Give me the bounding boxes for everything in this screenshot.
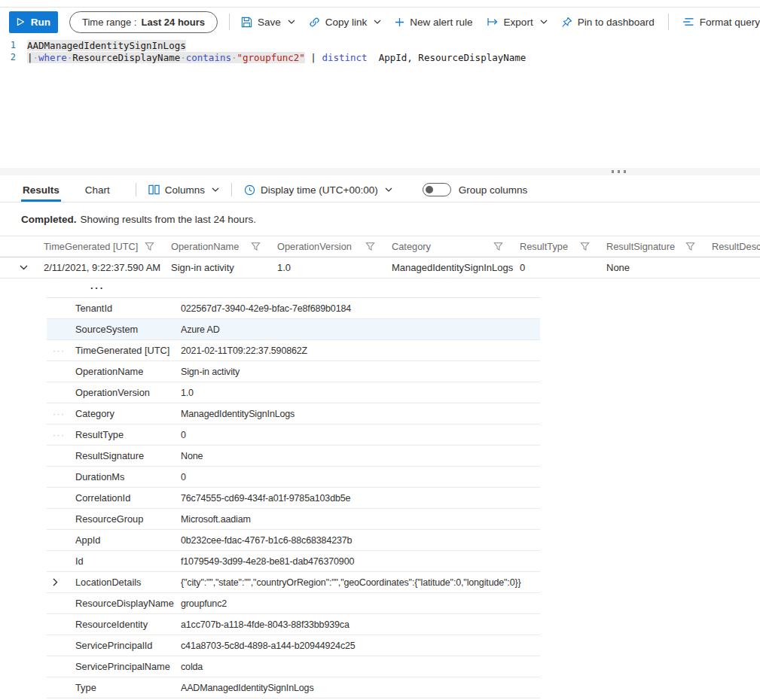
row-cell: None <box>606 262 712 273</box>
column-header[interactable]: ResultSignature <box>606 241 712 252</box>
row-actions-icon[interactable]: ··· <box>53 430 66 440</box>
copy-link-button[interactable]: Copy link <box>309 17 382 28</box>
detail-row[interactable]: Idf1079549-3d99-4e28-be81-dab476370900 <box>47 551 540 572</box>
filter-icon[interactable] <box>365 242 375 251</box>
group-columns-label: Group columns <box>459 184 528 196</box>
toolbar-buttons: SaveCopy linkNew alert ruleExportPin to … <box>241 14 760 30</box>
detail-label: Type <box>75 682 181 693</box>
toolbar-divider <box>229 14 230 30</box>
save-icon <box>241 17 252 28</box>
columns-label: Columns <box>165 184 205 196</box>
detail-row[interactable]: SourceSystemAzure AD <box>47 319 540 340</box>
detail-row[interactable]: CorrelationId76c74555-cd69-434f-a01f-978… <box>47 488 540 509</box>
resize-grip-icon <box>612 170 626 173</box>
detail-row-gutter: ··· <box>47 430 75 440</box>
display-time-button[interactable]: Display time (UTC+00:00) <box>244 178 392 202</box>
query-token: · <box>180 52 186 63</box>
panel-resize-handle[interactable] <box>0 168 760 175</box>
row-actions-icon[interactable]: ··· <box>53 345 66 356</box>
results-table-row[interactable]: 2/11/2021, 9:22:37.590 AMSign-in activit… <box>0 257 760 278</box>
time-range-value: Last 24 hours <box>141 17 205 28</box>
detail-row[interactable]: DurationMs0 <box>47 467 540 488</box>
detail-row[interactable]: OperationVersion1.0 <box>47 382 540 403</box>
row-cell: 0 <box>520 262 606 273</box>
detail-row[interactable]: ···TimeGenerated [UTC]2021-02-11T09:22:3… <box>47 340 540 361</box>
detail-value: Sign-in activity <box>181 367 540 377</box>
filter-icon[interactable] <box>493 242 503 251</box>
detail-value: Azure AD <box>181 324 540 335</box>
tab-label: Chart <box>85 184 110 196</box>
detail-row[interactable]: LocationDetails{"city":"","state":"","co… <box>47 572 540 593</box>
time-range-picker[interactable]: Time range : Last 24 hours <box>69 11 218 33</box>
tabs-divider <box>136 183 136 196</box>
detail-label: TenantId <box>75 303 181 314</box>
detail-value: ManagedIdentitySignInLogs <box>181 409 540 419</box>
time-range-label: Time range : <box>82 17 137 28</box>
column-header-label: OperationVersion <box>277 241 352 252</box>
query-token: contains <box>186 52 231 63</box>
column-header-label: ResultDescri <box>712 241 760 252</box>
detail-label: Category <box>75 408 181 419</box>
column-header[interactable]: ResultType <box>520 241 606 252</box>
detail-row[interactable]: AppId0b232cee-fdac-4767-b1c6-88c68384237… <box>47 530 540 551</box>
column-header[interactable]: Category <box>392 241 520 252</box>
line-number: 2 <box>0 52 27 64</box>
group-columns-toggle[interactable] <box>423 183 451 196</box>
detail-label: Id <box>75 555 181 567</box>
detail-row[interactable]: TenantId022567d7-3940-42e9-bfac-7e8f689b… <box>47 298 540 319</box>
filter-icon[interactable] <box>685 242 695 251</box>
detail-row[interactable]: ResourceGroupMicrosoft.aadiam <box>47 509 540 530</box>
detail-value: 0 <box>181 472 540 482</box>
filter-icon[interactable] <box>251 242 261 251</box>
columns-icon <box>148 184 160 195</box>
row-cell: 1.0 <box>277 262 392 273</box>
filter-icon[interactable] <box>145 242 154 251</box>
columns-button[interactable]: Columns <box>148 178 219 202</box>
tab-chart[interactable]: Chart <box>84 178 111 202</box>
new-alert-rule-button[interactable]: New alert rule <box>395 17 472 28</box>
detail-row[interactable]: ResourceDisplayNamegroupfunc2 <box>47 593 540 614</box>
detail-row-gutter <box>47 578 75 586</box>
truncated-columns-row[interactable]: ··· <box>47 278 540 298</box>
detail-row[interactable]: TypeAADManagedIdentitySignInLogs <box>47 677 540 698</box>
export-button[interactable]: Export <box>487 17 548 28</box>
chevron-right-icon[interactable] <box>53 578 58 586</box>
tab-results[interactable]: Results <box>21 178 61 202</box>
detail-row[interactable]: ServicePrincipalIdc41a8703-5c8d-4898-a14… <box>47 635 540 656</box>
run-label: Run <box>31 17 50 28</box>
detail-row[interactable]: ResourceIdentitya1cc707b-a118-4fde-8043-… <box>47 614 540 635</box>
run-button[interactable]: Run <box>9 11 58 33</box>
query-status-bar: Completed. Showing results from the last… <box>0 202 760 236</box>
save-button[interactable]: Save <box>241 17 295 28</box>
column-header[interactable]: OperationName <box>171 241 277 252</box>
query-token: where <box>38 52 67 63</box>
filter-icon[interactable] <box>580 242 590 251</box>
column-header[interactable]: ResultDescri <box>712 241 760 252</box>
detail-row[interactable]: OperationNameSign-in activity <box>47 361 540 382</box>
detail-row[interactable]: ···ResultType0 <box>47 425 540 446</box>
query-editor[interactable]: 1AADManagedIdentitySignInLogs2|·where·Re… <box>0 40 760 168</box>
column-header[interactable]: TimeGenerated [UTC] <box>44 241 171 252</box>
column-header[interactable]: OperationVersion <box>277 241 392 252</box>
editor-line[interactable]: 2|·where·ResourceDisplayName·contains·"g… <box>0 52 760 64</box>
detail-value: {"city":"","state":"","countryOrRegion":… <box>181 577 540 588</box>
clock-icon <box>244 184 255 196</box>
ellipsis-icon: ··· <box>90 282 105 294</box>
detail-row[interactable]: ServicePrincipalNamecolda <box>47 656 540 677</box>
plus-icon <box>395 17 404 27</box>
detail-label: TimeGenerated [UTC] <box>75 345 181 356</box>
format-query-button[interactable]: Format query <box>682 17 760 28</box>
row-actions-icon[interactable]: ··· <box>53 409 66 419</box>
row-cell: 2/11/2021, 9:22:37.590 AM <box>44 262 171 273</box>
detail-label: OperationVersion <box>75 387 181 398</box>
row-expander[interactable] <box>0 265 44 270</box>
detail-row[interactable]: ResultSignatureNone <box>47 446 540 467</box>
detail-value: a1cc707b-a118-4fde-8043-88f33bb939ca <box>181 619 540 630</box>
pin-to-dashboard-button[interactable]: Pin to dashboard <box>561 17 655 28</box>
detail-value: AADManagedIdentitySignInLogs <box>181 683 540 693</box>
chevron-down-icon <box>212 187 219 192</box>
save-button-label: Save <box>258 17 281 28</box>
detail-row[interactable]: ···CategoryManagedIdentitySignInLogs <box>47 403 540 425</box>
chevron-down-icon <box>288 20 295 24</box>
editor-line[interactable]: 1AADManagedIdentitySignInLogs <box>0 40 760 52</box>
